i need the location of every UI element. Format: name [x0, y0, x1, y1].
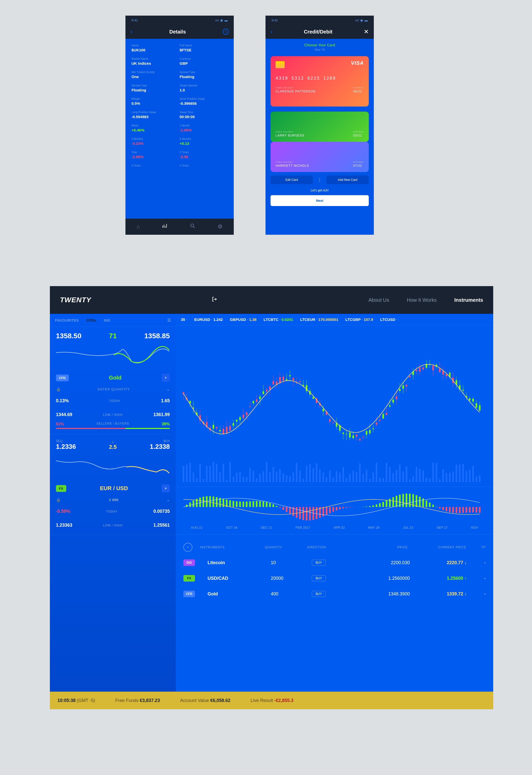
- svg-rect-42: [249, 406, 250, 407]
- home-icon[interactable]: ⌂: [136, 223, 140, 230]
- edit-card-button[interactable]: Edit Card: [271, 175, 313, 184]
- status-icons: ıııl ◉ ▬: [215, 18, 228, 22]
- detail-label: 6 Months: [179, 137, 228, 140]
- ticker-item[interactable]: LTCGBP · 157.9: [345, 317, 373, 321]
- detail-label: Spread Type: [179, 70, 228, 74]
- td-tp: -: [467, 576, 486, 581]
- chip-icon: [276, 61, 285, 68]
- svg-rect-238: [372, 472, 374, 482]
- detail-label: Full Name: [179, 44, 228, 47]
- ticker-item[interactable]: LTCEUR · 170.000001: [300, 317, 338, 321]
- detail-value: $UK100: [131, 48, 179, 52]
- table-header: + INSTRUMENTS QUANTITY DIRECTION PRICE C…: [183, 540, 486, 555]
- add-button[interactable]: +: [162, 484, 170, 493]
- detail-value: $FTSE: [179, 48, 228, 52]
- svg-rect-274: [193, 501, 194, 507]
- th-quantity: QUANTITY: [265, 546, 307, 549]
- svg-rect-128: [393, 400, 394, 403]
- svg-rect-213: [289, 476, 291, 482]
- detail-label: Swap Time: [179, 111, 228, 114]
- svg-rect-316: [333, 507, 334, 512]
- add-card-button[interactable]: Add New Card: [327, 175, 369, 184]
- svg-rect-292: [252, 501, 254, 507]
- expires-value: 09/22: [353, 90, 364, 93]
- add-position-button[interactable]: +: [183, 543, 192, 552]
- sell-col[interactable]: SELL 1.2336: [56, 439, 76, 451]
- info-icon[interactable]: S: [223, 29, 229, 35]
- add-button[interactable]: +: [162, 374, 170, 382]
- svg-rect-34: [236, 420, 237, 422]
- credit-card-2[interactable]: CARD HOLDER LARRY BURGESS EXPIRES 03/21: [271, 112, 369, 142]
- chart-area[interactable]: [176, 325, 493, 487]
- td-current-price: 2220.77 ↓: [410, 560, 467, 566]
- svg-rect-108: [359, 439, 361, 440]
- svg-rect-223: [323, 473, 324, 482]
- svg-rect-106: [356, 435, 357, 437]
- ticker-item[interactable]: GBPUSD · 1.38: [230, 317, 256, 321]
- svg-rect-217: [303, 479, 304, 482]
- svg-rect-222: [319, 470, 321, 482]
- td-price: 2200.030: [353, 560, 410, 566]
- macd-panel: AUG 21OCT 16DEC 11FEB 2017APR 02MAY 28JU…: [176, 487, 493, 535]
- table-row[interactable]: CFD Gold 400 BUY 1348.3900 1339.72 ↓ -: [183, 586, 486, 602]
- svg-rect-100: [346, 434, 347, 435]
- svg-rect-124: [386, 413, 387, 415]
- svg-rect-181: [183, 466, 184, 482]
- buy-col[interactable]: BUY 1.2338: [150, 439, 170, 451]
- svg-rect-76: [306, 385, 307, 391]
- svg-rect-30: [229, 426, 231, 431]
- list-icon[interactable]: ☰: [167, 318, 171, 323]
- svg-rect-196: [232, 477, 234, 482]
- svg-rect-342: [419, 497, 421, 507]
- table-row[interactable]: DIG Litecoin 10 BUY 2200.030 2220.77 ↓ -: [183, 555, 486, 571]
- svg-rect-72: [299, 381, 301, 382]
- close-icon[interactable]: ✕: [364, 28, 369, 35]
- detail-label: 1 Month: [179, 124, 228, 127]
- svg-rect-267: [469, 470, 471, 482]
- chart-icon[interactable]: [162, 223, 168, 230]
- nav-how[interactable]: How It Works: [407, 297, 437, 303]
- expires-label: EXPIRES: [353, 87, 364, 89]
- ticker-item[interactable]: EURUSD · 1.242: [194, 317, 223, 321]
- holder-name: LARRY BURGESS: [276, 134, 305, 137]
- tab-favourites[interactable]: FAVOURITES: [55, 318, 79, 322]
- ticker-symbol: LTCGBP: [345, 317, 361, 321]
- next-button[interactable]: Next: [271, 195, 369, 206]
- card-menu-icon[interactable]: ⋮: [316, 175, 324, 184]
- nav-about[interactable]: About Us: [369, 297, 389, 303]
- sidebar: FAVOURITES CFDs IND ☰ 1358.50 71 1358.85…: [50, 314, 176, 692]
- search-icon[interactable]: [190, 223, 195, 230]
- ticker-item[interactable]: 35 ·: [181, 317, 187, 321]
- svg-rect-229: [343, 467, 344, 482]
- perf-row: 3 Months-4.23% 6 Months+0.13: [131, 137, 228, 146]
- exit-icon[interactable]: [212, 296, 217, 303]
- nav-instruments[interactable]: Instruments: [454, 297, 483, 303]
- tab-indices[interactable]: IND: [104, 318, 110, 322]
- svg-rect-120: [379, 420, 381, 421]
- svg-rect-200: [246, 477, 247, 482]
- th-instruments: INSTRUMENTS: [200, 546, 265, 549]
- table-row[interactable]: FX USD/CAD 20000 BUY 1.2560000 1.25600 ↑…: [183, 571, 486, 586]
- quantity-row[interactable]: 🔒 ENTER QUANTITY ⌄: [56, 387, 170, 392]
- back-button[interactable]: ‹: [271, 28, 273, 35]
- status-account-value: Account Value €6,058.62: [180, 698, 230, 703]
- svg-rect-209: [276, 472, 277, 482]
- detail-row: Market NameUK Indices CurrencyGBP: [131, 57, 228, 65]
- credit-card-3[interactable]: CARD HOLDER HARRIETT NICHOLS EXPIRES 07/…: [271, 142, 369, 172]
- svg-rect-215: [296, 463, 297, 482]
- svg-rect-355: [462, 507, 464, 513]
- buy-price: 1.2338: [150, 443, 170, 451]
- credit-card-1[interactable]: VISA 4319 5312 0215 1289 CARD HOLDER CLA…: [271, 56, 369, 106]
- svg-rect-249: [409, 480, 411, 482]
- svg-rect-40: [246, 412, 247, 415]
- quantity-row[interactable]: 🔒 2 000 ⌄: [56, 498, 170, 502]
- gear-icon[interactable]: ⚙: [217, 223, 223, 230]
- ticker-item[interactable]: LTCUSD ·: [380, 317, 397, 321]
- svg-rect-338: [406, 494, 407, 507]
- ticker-item[interactable]: LTCBTC · 0.0201: [263, 317, 293, 321]
- tab-cfds[interactable]: CFDs: [86, 318, 96, 322]
- ticker-value: 157.9: [364, 317, 373, 321]
- svg-rect-170: [462, 390, 464, 391]
- spread-val: 2.5: [109, 444, 117, 450]
- back-button[interactable]: ‹: [130, 28, 132, 35]
